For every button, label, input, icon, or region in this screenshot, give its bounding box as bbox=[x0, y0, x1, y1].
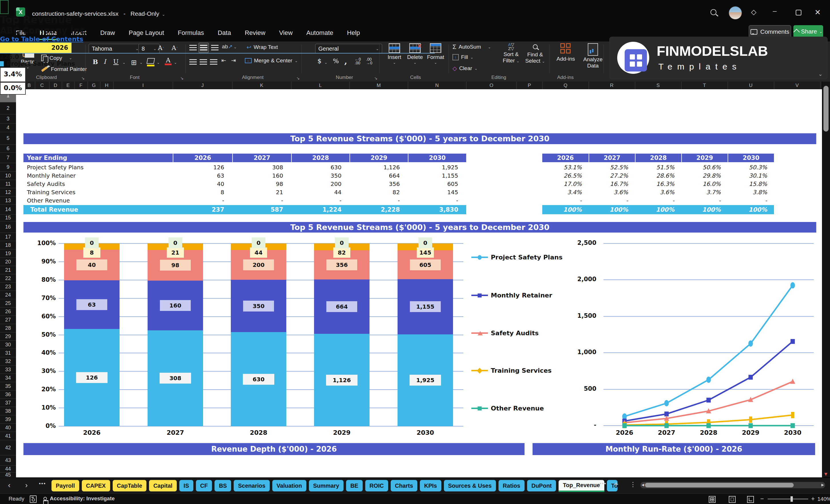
row-header-6[interactable]: 6 bbox=[0, 145, 16, 153]
column-header-C[interactable]: C bbox=[35, 82, 50, 89]
row-header-36[interactable]: 36 bbox=[0, 390, 16, 399]
cut-button[interactable]: ✂ Cut bbox=[41, 44, 57, 51]
delete-cells-button[interactable]: ✕ Delete ⌄ bbox=[406, 43, 424, 65]
tab-overflow-icon[interactable]: ••• bbox=[600, 481, 607, 487]
row-header-37[interactable]: 37 bbox=[0, 399, 16, 407]
row-header-20[interactable]: 20 bbox=[0, 258, 16, 266]
zoom-slider-thumb[interactable] bbox=[791, 496, 793, 502]
font-size-select[interactable]: 8 ⌄ bbox=[138, 44, 160, 54]
column-header-T[interactable]: T bbox=[681, 82, 728, 89]
autosum-button[interactable]: Σ AutoSum ⌄ bbox=[452, 43, 491, 51]
row-header-11[interactable]: 11 bbox=[0, 180, 16, 188]
row-header-10[interactable]: 10 bbox=[0, 171, 16, 180]
title-chevron-down-icon[interactable]: ⌄ bbox=[161, 12, 165, 17]
analyze-data-button[interactable]: AnalyzeData bbox=[580, 43, 606, 69]
zoom-in-button[interactable]: + bbox=[811, 495, 815, 503]
search-icon[interactable] bbox=[710, 9, 716, 15]
sheet-tab-payroll[interactable]: Payroll bbox=[52, 480, 79, 492]
row-header-39[interactable]: 39 bbox=[0, 415, 16, 423]
sheet-tab-cf[interactable]: CF bbox=[196, 480, 212, 492]
column-header-I[interactable]: I bbox=[113, 82, 173, 89]
sheet-tab-bs[interactable]: BS bbox=[215, 480, 231, 492]
row-header-13[interactable]: 13 bbox=[0, 196, 16, 205]
column-header-O[interactable]: O bbox=[466, 82, 517, 89]
row-header-33[interactable]: 33 bbox=[0, 366, 16, 374]
restore-button[interactable] bbox=[796, 10, 801, 15]
orientation-button[interactable]: ab↗ ⌄ bbox=[222, 43, 237, 50]
row-header-4[interactable]: 4 bbox=[0, 124, 16, 132]
shrink-font-button[interactable]: Aˇ bbox=[171, 44, 178, 52]
currency-button[interactable]: $ bbox=[317, 58, 321, 65]
font-name-select[interactable]: Tahoma ⌄ bbox=[89, 44, 142, 54]
vertical-scrollbar-thumb[interactable] bbox=[823, 86, 829, 132]
avatar[interactable] bbox=[729, 6, 742, 20]
find-select-button[interactable]: Find &Select ⌄ bbox=[524, 43, 546, 64]
sheet-tab-is[interactable]: IS bbox=[179, 480, 193, 492]
row-header-21[interactable]: 21 bbox=[0, 266, 16, 274]
scroll-right-arrow-icon[interactable]: ▶ bbox=[822, 483, 824, 487]
sheet-nav-more-icon[interactable]: ••• bbox=[39, 481, 46, 487]
legend-item-training-services[interactable]: Training Services bbox=[471, 367, 552, 374]
row-header-31[interactable]: 31 bbox=[0, 349, 16, 357]
percent-button[interactable]: % bbox=[333, 58, 339, 65]
close-button[interactable]: ✕ bbox=[815, 8, 821, 17]
row-header-27[interactable]: 27 bbox=[0, 316, 16, 324]
fill-button[interactable]: ↓ Fill ⌄ bbox=[452, 54, 473, 60]
column-header-L[interactable]: L bbox=[291, 82, 350, 89]
column-header-H[interactable]: H bbox=[100, 82, 114, 89]
sheet-tab-valuation[interactable]: Valuation bbox=[272, 480, 306, 492]
column-header-V[interactable]: V bbox=[774, 82, 821, 89]
column-header-A[interactable]: A bbox=[16, 82, 24, 89]
column-header-P[interactable]: P bbox=[516, 82, 543, 89]
excel-app-icon[interactable]: X bbox=[16, 7, 25, 17]
row-header-42[interactable]: 42 bbox=[0, 440, 16, 455]
borders-chevron-icon[interactable]: ⌄ bbox=[139, 60, 143, 65]
row-header-40[interactable]: 40 bbox=[0, 423, 16, 432]
toc-link[interactable]: Go to Table of Contents bbox=[0, 35, 830, 43]
align-top-icon[interactable] bbox=[189, 45, 197, 46]
sheet-tab-roic[interactable]: ROIC bbox=[365, 480, 388, 492]
sheet-tab-captable[interactable]: CapTable bbox=[113, 480, 147, 492]
column-header-G[interactable]: G bbox=[88, 82, 100, 89]
clipboard-dialog-launcher[interactable]: ↘ bbox=[81, 76, 85, 81]
row-header-28[interactable]: 28 bbox=[0, 324, 16, 333]
horizontal-scrollbar[interactable]: ◀ ▶ bbox=[640, 482, 825, 488]
horizontal-scrollbar-thumb[interactable] bbox=[645, 483, 794, 487]
row-header-3[interactable]: 3 bbox=[0, 115, 16, 124]
align-middle-selected[interactable] bbox=[198, 43, 209, 53]
sheet-tab-sources-uses[interactable]: Sources & Uses bbox=[444, 480, 496, 492]
column-headers[interactable]: ABCDEFGHIJKLMNOPQRSTUV bbox=[0, 82, 822, 90]
number-dialog-launcher[interactable]: ↘ bbox=[374, 76, 378, 81]
row-header-25[interactable]: 25 bbox=[0, 299, 16, 308]
number-format-select[interactable]: General ⌄ bbox=[315, 44, 382, 54]
sheet-tab-scenarios[interactable]: Scenarios bbox=[234, 480, 270, 492]
sheet-tab-top-revenue[interactable]: Top_Revenue bbox=[558, 480, 604, 492]
underline-chevron-icon[interactable]: ⌄ bbox=[122, 60, 126, 65]
format-cells-button[interactable]: Format ⌄ bbox=[425, 43, 446, 65]
new-sheet-button[interactable]: + bbox=[614, 480, 618, 489]
font-color-chevron-icon[interactable]: ⌄ bbox=[174, 60, 177, 65]
comma-button[interactable]: , bbox=[344, 56, 347, 66]
sort-filter-button[interactable]: A▽Z▽ Sort &Filter ⌄ bbox=[500, 43, 522, 64]
increase-decimal-button[interactable]: ←0.00 bbox=[355, 58, 361, 65]
merge-center-button[interactable]: ↔ Merge & Center ⌄ bbox=[245, 58, 298, 64]
row-header-32[interactable]: 32 bbox=[0, 357, 16, 366]
font-color-button[interactable]: A bbox=[165, 58, 171, 65]
column-header-F[interactable]: F bbox=[74, 82, 88, 89]
row-header-17[interactable]: 17 bbox=[0, 233, 16, 241]
column-header-M[interactable]: M bbox=[350, 82, 408, 89]
vertical-scrollbar[interactable]: ▼ bbox=[822, 82, 830, 477]
row-header-24[interactable]: 24 bbox=[0, 291, 16, 299]
fill-color-button[interactable] bbox=[147, 58, 154, 66]
row-header-12[interactable]: 12 bbox=[0, 188, 16, 196]
decrease-decimal-button[interactable]: .00→0 bbox=[366, 58, 372, 65]
addins-button[interactable]: Add-ins bbox=[554, 43, 577, 62]
sheet-tab-ratios[interactable]: Ratios bbox=[499, 480, 524, 492]
align-bottom-icon[interactable] bbox=[211, 45, 219, 46]
row-header-9[interactable]: 9 bbox=[0, 163, 16, 171]
copy-button[interactable]: Copy ⌄ bbox=[41, 55, 72, 61]
alignment-dialog-launcher[interactable]: ↘ bbox=[296, 76, 300, 81]
italic-button[interactable]: I bbox=[103, 58, 106, 65]
sheet-nav-prev-icon[interactable]: ‹ bbox=[8, 481, 10, 490]
select-all-corner[interactable] bbox=[0, 82, 16, 89]
